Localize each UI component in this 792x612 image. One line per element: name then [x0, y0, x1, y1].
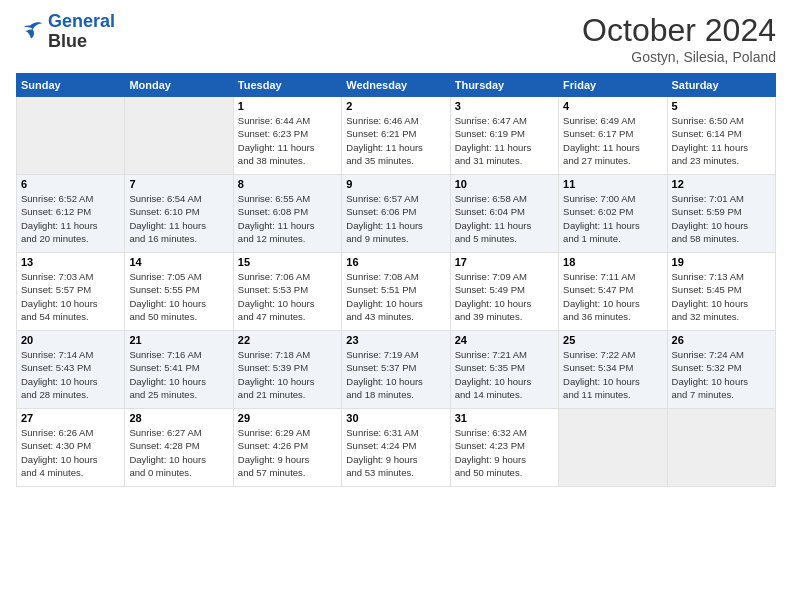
calendar-cell: 24Sunrise: 7:21 AM Sunset: 5:35 PM Dayli…	[450, 331, 558, 409]
day-number: 13	[21, 256, 120, 268]
week-row-4: 20Sunrise: 7:14 AM Sunset: 5:43 PM Dayli…	[17, 331, 776, 409]
calendar-cell: 21Sunrise: 7:16 AM Sunset: 5:41 PM Dayli…	[125, 331, 233, 409]
calendar-cell	[559, 409, 667, 487]
calendar-cell: 6Sunrise: 6:52 AM Sunset: 6:12 PM Daylig…	[17, 175, 125, 253]
logo-line1: General	[48, 11, 115, 31]
day-number: 14	[129, 256, 228, 268]
col-header-saturday: Saturday	[667, 74, 775, 97]
day-number: 17	[455, 256, 554, 268]
calendar-cell: 28Sunrise: 6:27 AM Sunset: 4:28 PM Dayli…	[125, 409, 233, 487]
calendar-cell: 2Sunrise: 6:46 AM Sunset: 6:21 PM Daylig…	[342, 97, 450, 175]
calendar-cell: 16Sunrise: 7:08 AM Sunset: 5:51 PM Dayli…	[342, 253, 450, 331]
day-info: Sunrise: 7:06 AM Sunset: 5:53 PM Dayligh…	[238, 270, 337, 323]
week-row-5: 27Sunrise: 6:26 AM Sunset: 4:30 PM Dayli…	[17, 409, 776, 487]
calendar-table: SundayMondayTuesdayWednesdayThursdayFrid…	[16, 73, 776, 487]
day-number: 26	[672, 334, 771, 346]
calendar-cell: 31Sunrise: 6:32 AM Sunset: 4:23 PM Dayli…	[450, 409, 558, 487]
week-row-3: 13Sunrise: 7:03 AM Sunset: 5:57 PM Dayli…	[17, 253, 776, 331]
day-number: 23	[346, 334, 445, 346]
day-number: 1	[238, 100, 337, 112]
calendar-cell: 19Sunrise: 7:13 AM Sunset: 5:45 PM Dayli…	[667, 253, 775, 331]
day-info: Sunrise: 7:22 AM Sunset: 5:34 PM Dayligh…	[563, 348, 662, 401]
day-info: Sunrise: 7:24 AM Sunset: 5:32 PM Dayligh…	[672, 348, 771, 401]
calendar-cell: 17Sunrise: 7:09 AM Sunset: 5:49 PM Dayli…	[450, 253, 558, 331]
day-info: Sunrise: 6:50 AM Sunset: 6:14 PM Dayligh…	[672, 114, 771, 167]
day-info: Sunrise: 6:32 AM Sunset: 4:23 PM Dayligh…	[455, 426, 554, 479]
col-header-friday: Friday	[559, 74, 667, 97]
day-number: 5	[672, 100, 771, 112]
day-number: 6	[21, 178, 120, 190]
calendar-cell: 26Sunrise: 7:24 AM Sunset: 5:32 PM Dayli…	[667, 331, 775, 409]
calendar-cell: 3Sunrise: 6:47 AM Sunset: 6:19 PM Daylig…	[450, 97, 558, 175]
calendar-cell: 11Sunrise: 7:00 AM Sunset: 6:02 PM Dayli…	[559, 175, 667, 253]
day-info: Sunrise: 6:54 AM Sunset: 6:10 PM Dayligh…	[129, 192, 228, 245]
day-info: Sunrise: 7:08 AM Sunset: 5:51 PM Dayligh…	[346, 270, 445, 323]
day-info: Sunrise: 6:55 AM Sunset: 6:08 PM Dayligh…	[238, 192, 337, 245]
day-number: 22	[238, 334, 337, 346]
day-number: 30	[346, 412, 445, 424]
week-row-1: 1Sunrise: 6:44 AM Sunset: 6:23 PM Daylig…	[17, 97, 776, 175]
calendar-cell: 9Sunrise: 6:57 AM Sunset: 6:06 PM Daylig…	[342, 175, 450, 253]
day-info: Sunrise: 7:00 AM Sunset: 6:02 PM Dayligh…	[563, 192, 662, 245]
day-info: Sunrise: 6:46 AM Sunset: 6:21 PM Dayligh…	[346, 114, 445, 167]
day-number: 8	[238, 178, 337, 190]
calendar-cell: 20Sunrise: 7:14 AM Sunset: 5:43 PM Dayli…	[17, 331, 125, 409]
header-row: SundayMondayTuesdayWednesdayThursdayFrid…	[17, 74, 776, 97]
day-info: Sunrise: 7:14 AM Sunset: 5:43 PM Dayligh…	[21, 348, 120, 401]
day-number: 2	[346, 100, 445, 112]
col-header-thursday: Thursday	[450, 74, 558, 97]
calendar-cell: 27Sunrise: 6:26 AM Sunset: 4:30 PM Dayli…	[17, 409, 125, 487]
day-info: Sunrise: 7:05 AM Sunset: 5:55 PM Dayligh…	[129, 270, 228, 323]
day-info: Sunrise: 7:01 AM Sunset: 5:59 PM Dayligh…	[672, 192, 771, 245]
day-info: Sunrise: 7:09 AM Sunset: 5:49 PM Dayligh…	[455, 270, 554, 323]
day-info: Sunrise: 6:26 AM Sunset: 4:30 PM Dayligh…	[21, 426, 120, 479]
day-info: Sunrise: 6:44 AM Sunset: 6:23 PM Dayligh…	[238, 114, 337, 167]
col-header-wednesday: Wednesday	[342, 74, 450, 97]
day-number: 18	[563, 256, 662, 268]
day-number: 25	[563, 334, 662, 346]
header: General Blue October 2024 Gostyn, Silesi…	[16, 12, 776, 65]
location-subtitle: Gostyn, Silesia, Poland	[582, 49, 776, 65]
day-info: Sunrise: 7:16 AM Sunset: 5:41 PM Dayligh…	[129, 348, 228, 401]
day-info: Sunrise: 6:57 AM Sunset: 6:06 PM Dayligh…	[346, 192, 445, 245]
day-number: 31	[455, 412, 554, 424]
day-info: Sunrise: 7:21 AM Sunset: 5:35 PM Dayligh…	[455, 348, 554, 401]
col-header-sunday: Sunday	[17, 74, 125, 97]
day-number: 4	[563, 100, 662, 112]
logo-line2: Blue	[48, 32, 115, 52]
calendar-cell: 8Sunrise: 6:55 AM Sunset: 6:08 PM Daylig…	[233, 175, 341, 253]
calendar-cell: 1Sunrise: 6:44 AM Sunset: 6:23 PM Daylig…	[233, 97, 341, 175]
day-number: 11	[563, 178, 662, 190]
week-row-2: 6Sunrise: 6:52 AM Sunset: 6:12 PM Daylig…	[17, 175, 776, 253]
calendar-cell: 4Sunrise: 6:49 AM Sunset: 6:17 PM Daylig…	[559, 97, 667, 175]
calendar-cell	[125, 97, 233, 175]
day-number: 9	[346, 178, 445, 190]
calendar-cell: 5Sunrise: 6:50 AM Sunset: 6:14 PM Daylig…	[667, 97, 775, 175]
day-number: 3	[455, 100, 554, 112]
day-number: 7	[129, 178, 228, 190]
day-info: Sunrise: 6:52 AM Sunset: 6:12 PM Dayligh…	[21, 192, 120, 245]
calendar-cell: 14Sunrise: 7:05 AM Sunset: 5:55 PM Dayli…	[125, 253, 233, 331]
calendar-cell	[17, 97, 125, 175]
day-number: 27	[21, 412, 120, 424]
col-header-tuesday: Tuesday	[233, 74, 341, 97]
calendar-page: General Blue October 2024 Gostyn, Silesi…	[0, 0, 792, 612]
day-number: 29	[238, 412, 337, 424]
logo-text: General Blue	[48, 12, 115, 52]
calendar-cell: 18Sunrise: 7:11 AM Sunset: 5:47 PM Dayli…	[559, 253, 667, 331]
day-number: 24	[455, 334, 554, 346]
day-info: Sunrise: 6:49 AM Sunset: 6:17 PM Dayligh…	[563, 114, 662, 167]
day-info: Sunrise: 6:27 AM Sunset: 4:28 PM Dayligh…	[129, 426, 228, 479]
day-number: 21	[129, 334, 228, 346]
day-info: Sunrise: 6:58 AM Sunset: 6:04 PM Dayligh…	[455, 192, 554, 245]
col-header-monday: Monday	[125, 74, 233, 97]
month-title: October 2024	[582, 12, 776, 49]
day-info: Sunrise: 6:29 AM Sunset: 4:26 PM Dayligh…	[238, 426, 337, 479]
day-number: 12	[672, 178, 771, 190]
day-number: 15	[238, 256, 337, 268]
calendar-cell: 22Sunrise: 7:18 AM Sunset: 5:39 PM Dayli…	[233, 331, 341, 409]
day-number: 19	[672, 256, 771, 268]
calendar-cell: 29Sunrise: 6:29 AM Sunset: 4:26 PM Dayli…	[233, 409, 341, 487]
day-info: Sunrise: 7:19 AM Sunset: 5:37 PM Dayligh…	[346, 348, 445, 401]
day-info: Sunrise: 7:03 AM Sunset: 5:57 PM Dayligh…	[21, 270, 120, 323]
